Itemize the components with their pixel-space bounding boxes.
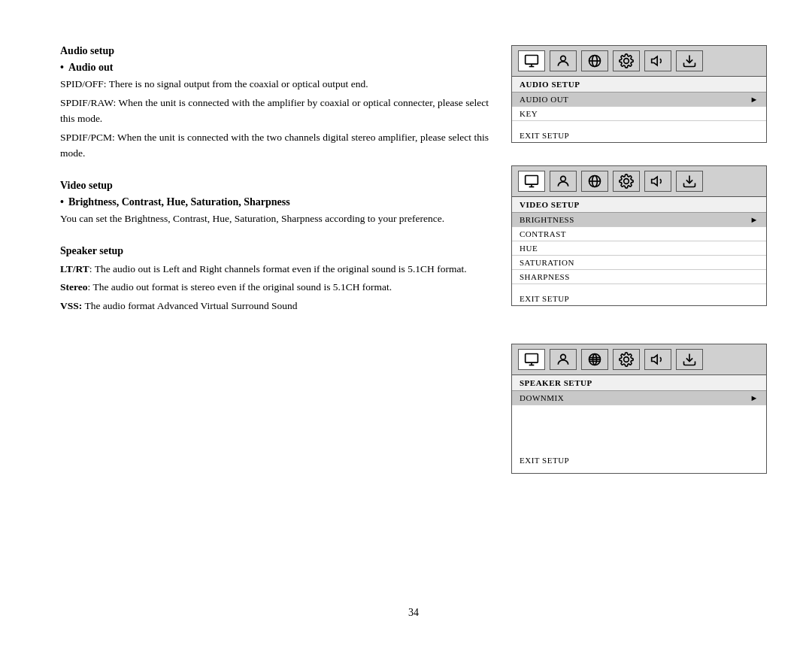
svg-rect-0 (526, 56, 538, 65)
audio-exit-row[interactable]: EXIT SETUP (512, 129, 766, 142)
speaker-menu-item-1-arrow: ► (750, 393, 759, 402)
audio-menu-box: AUDIO SETUP AUDIO OUT ► KEY EXIT SETUP (511, 45, 767, 143)
svg-marker-7 (652, 56, 658, 65)
video-exit-row[interactable]: EXIT SETUP (512, 292, 766, 305)
video-sub-heading: Brightness, Contrast, Hue, Saturation, S… (60, 196, 489, 208)
svg-marker-26 (652, 355, 658, 364)
person-icon (550, 50, 577, 71)
page: Audio setup Audio out SPID/OFF: There is… (0, 0, 812, 664)
svg-point-12 (561, 176, 566, 181)
audio-menu-item-1[interactable]: AUDIO OUT ► (512, 92, 766, 107)
audio-menu-item-2[interactable]: KEY (512, 107, 766, 121)
monitor-icon-3 (518, 349, 545, 370)
audio-menu-item-1-arrow: ► (750, 95, 759, 104)
stereo-label: Stereo (60, 281, 88, 293)
speaker-menu-item-1-label: DOWNMIX (520, 393, 564, 402)
video-menu-item-1-arrow: ► (750, 215, 759, 224)
audio-text-2: SPDIF/RAW: When the unit is connected wi… (60, 96, 489, 127)
audio-menu-icons-row (512, 46, 766, 77)
monitor-icon (518, 50, 545, 71)
ltrt-label: LT/RT (60, 263, 89, 274)
settings-icon (613, 50, 640, 71)
content-area: Audio setup Audio out SPID/OFF: There is… (60, 45, 767, 496)
video-menu-title: VIDEO SETUP (512, 197, 766, 213)
video-menu-item-3-label: HUE (520, 244, 538, 253)
person-icon-2 (550, 171, 577, 192)
video-menu-icons-row (512, 166, 766, 197)
monitor-icon-2 (518, 171, 545, 192)
video-menu-item-4[interactable]: SATURATION (512, 256, 766, 270)
page-number: 34 (60, 584, 767, 619)
speaker-text-3: VSS: The audio format Advanced Virtual S… (60, 299, 489, 314)
speaker-text-1: LT/RT: The audio out is Left and Right c… (60, 262, 489, 277)
video-menu-item-2-label: CONTRAST (520, 229, 566, 238)
svg-marker-16 (652, 177, 658, 186)
speaker-menu-title: SPEAKER SETUP (512, 375, 766, 391)
audio-menu-item-1-label: AUDIO OUT (520, 95, 568, 104)
video-exit-label: EXIT SETUP (520, 294, 569, 303)
left-column: Audio setup Audio out SPID/OFF: There is… (60, 45, 489, 496)
speaker-text-3-rest: The audio format Advanced Virtual Surrou… (82, 300, 297, 311)
audio-setup-section: Audio setup Audio out SPID/OFF: There is… (60, 45, 489, 162)
speaker-icon-2 (644, 171, 671, 192)
video-text-1: You can set the Brightness, Contrast, Hu… (60, 211, 489, 227)
video-menu-item-1[interactable]: BRIGHTNESS ► (512, 213, 766, 227)
audio-exit-label: EXIT SETUP (520, 131, 569, 140)
audio-menu-item-2-label: KEY (520, 109, 538, 118)
svg-point-21 (561, 354, 566, 359)
settings-icon-3 (613, 349, 640, 370)
download-icon-3 (676, 349, 703, 370)
speaker-exit-label: EXIT SETUP (520, 456, 569, 465)
right-column: AUDIO SETUP AUDIO OUT ► KEY EXIT SETUP (511, 45, 767, 496)
video-menu-item-3[interactable]: HUE (512, 241, 766, 256)
speaker-exit-row[interactable]: EXIT SETUP (512, 453, 766, 467)
speaker-setup-heading: Speaker setup (60, 245, 489, 257)
audio-menu-title: AUDIO SETUP (512, 77, 766, 92)
settings-icon-2 (613, 171, 640, 192)
download-icon (676, 50, 703, 71)
video-menu-item-4-label: SATURATION (520, 258, 574, 267)
audio-out-heading: Audio out (60, 62, 489, 74)
download-icon-2 (676, 171, 703, 192)
video-setup-heading: Video setup (60, 180, 489, 192)
video-menu-item-5[interactable]: SHARPNESS (512, 270, 766, 284)
svg-rect-18 (526, 354, 538, 363)
globe-icon-2 (581, 171, 608, 192)
video-menu-item-5-label: SHARPNESS (520, 272, 570, 281)
speaker-menu-icons-row (512, 344, 766, 375)
speaker-menu-item-1[interactable]: DOWNMIX ► (512, 391, 766, 405)
speaker-setup-section: Speaker setup LT/RT: The audio out is Le… (60, 245, 489, 315)
video-menu-item-2[interactable]: CONTRAST (512, 227, 766, 241)
speaker-text-2-rest: : The audio out format is stereo even if… (88, 281, 392, 293)
speaker-icon-3 (644, 349, 671, 370)
speaker-menu-box: SPEAKER SETUP DOWNMIX ► EXIT SETUP (511, 344, 767, 474)
audio-setup-heading: Audio setup (60, 45, 489, 57)
video-menu-box: VIDEO SETUP BRIGHTNESS ► CONTRAST HUE SA… (511, 165, 767, 306)
video-menu-item-1-label: BRIGHTNESS (520, 215, 574, 224)
globe-icon (581, 50, 608, 71)
speaker-text-1-rest: : The audio out is Left and Right channe… (89, 263, 467, 274)
svg-rect-9 (526, 176, 538, 185)
vss-label: VSS: (60, 300, 82, 311)
speaker-text-2: Stereo: The audio out format is stereo e… (60, 280, 489, 296)
video-setup-section: Video setup Brightness, Contrast, Hue, S… (60, 180, 489, 227)
person-icon-3 (550, 349, 577, 370)
speaker-icon (644, 50, 671, 71)
globe-icon-3 (581, 349, 608, 370)
audio-text-3: SPDIF/PCM: When the unit is connected wi… (60, 130, 489, 162)
audio-text-1: SPID/OFF: There is no signal output from… (60, 77, 489, 92)
svg-point-3 (561, 56, 566, 61)
